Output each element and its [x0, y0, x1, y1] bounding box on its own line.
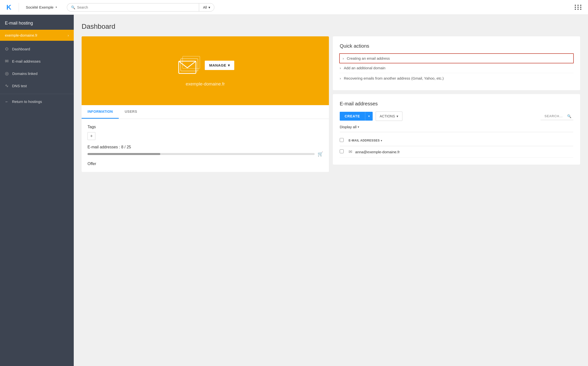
sidebar-item-dns-test[interactable]: ∿ DNS test: [0, 80, 74, 92]
sidebar-item-email-label: E-mail addresses: [12, 59, 41, 63]
qa-chevron-icon: ›: [340, 66, 341, 70]
email-toolbar: CREATE ▾ ACTIONS ▾ 🔍: [340, 112, 573, 121]
qa-chevron-icon: ›: [340, 76, 341, 80]
dot: [577, 5, 579, 6]
email-search-box[interactable]: 🔍: [541, 112, 573, 120]
logo-k: K: [6, 3, 11, 11]
qa-chevron-icon: ›: [343, 56, 344, 60]
qa-add-domain-text: Add an additional domain: [344, 66, 385, 70]
add-tag-button[interactable]: +: [88, 132, 95, 140]
column-sort-icon: ▾: [381, 139, 382, 142]
nav-divider: [19, 3, 19, 12]
svg-rect-2: [183, 56, 200, 69]
email-address-cell: anna@exemple-domaine.fr: [355, 150, 400, 154]
sidebar-domain-item[interactable]: exemple-domaine.fr ›: [0, 30, 74, 41]
create-btn-group: CREATE ▾: [340, 112, 373, 121]
topnav: K Société Exemple ▾ 🔍 All ▾: [0, 0, 588, 15]
offer-label: Offer: [88, 162, 323, 166]
cart-icon[interactable]: 🛒: [318, 151, 323, 157]
quick-actions-title: Quick actions: [340, 43, 573, 49]
back-arrow-icon: ←: [5, 99, 9, 104]
main-content: Dashboard: [74, 15, 588, 366]
email-addresses-card: E-mail addresses CREATE ▾ ACTIONS ▾ 🔍: [333, 94, 580, 165]
left-panel: MANAGE ▾ exemple-domaine.fr INFORMATION …: [82, 36, 329, 172]
tags-label: Tags: [88, 125, 323, 129]
filter-label: All: [203, 5, 207, 9]
create-dropdown-button[interactable]: ▾: [365, 112, 373, 121]
row-checkbox-cell: [340, 149, 349, 154]
qa-create-email-text: Creating an email address: [347, 56, 390, 60]
quick-actions-card: Quick actions › Creating an email addres…: [333, 36, 580, 90]
sidebar-back-label: Return to hostings: [12, 99, 42, 104]
filter-chevron-icon: ▾: [208, 5, 210, 9]
domains-icon: ◎: [5, 71, 9, 76]
sidebar-item-email-addresses[interactable]: ✉ E-mail addresses: [0, 55, 74, 67]
hero-card: MANAGE ▾ exemple-domaine.fr: [82, 36, 329, 105]
dot: [580, 9, 581, 10]
page-title: Dashboard: [82, 23, 580, 30]
sidebar-back-button[interactable]: ← Return to hostings: [0, 96, 74, 107]
tabs-header: INFORMATION USERS: [82, 105, 329, 119]
email-icon-group: [176, 55, 201, 76]
quick-action-create-email[interactable]: › Creating an email address: [339, 53, 574, 63]
sidebar-item-dashboard-label: Dashboard: [12, 47, 30, 51]
sidebar-item-dashboard[interactable]: ⊙ Dashboard: [0, 43, 74, 55]
actions-chevron-icon: ▾: [397, 114, 398, 118]
company-chevron-icon: ▾: [56, 6, 57, 9]
sidebar-nav: ⊙ Dashboard ✉ E-mail addresses ◎ Domains…: [0, 41, 74, 109]
hero-domain: exemple-domaine.fr: [186, 82, 225, 87]
search-input[interactable]: [77, 5, 195, 9]
manage-button[interactable]: MANAGE ▾: [205, 61, 234, 70]
sidebar-domain-chevron-icon: ›: [68, 33, 69, 37]
tab-users[interactable]: USERS: [119, 105, 143, 119]
sidebar-item-domains-linked[interactable]: ◎ Domains linked: [0, 67, 74, 80]
actions-button[interactable]: ACTIONS ▾: [376, 112, 402, 121]
quick-action-recover-emails[interactable]: › Recovering emails from another address…: [340, 73, 573, 83]
progress-bar-fill: [88, 153, 160, 155]
search-box[interactable]: 🔍: [67, 3, 199, 12]
email-addresses-column-header[interactable]: E-MAIL ADDRESSES ▾: [349, 139, 382, 142]
tabs-card: INFORMATION USERS Tags + E-mail addresse…: [82, 105, 329, 172]
select-chevron-icon: ▾: [358, 125, 359, 129]
qa-recover-emails-text: Recovering emails from another address (…: [344, 76, 444, 80]
right-panel: Quick actions › Creating an email addres…: [333, 36, 580, 172]
apps-grid-button[interactable]: [573, 3, 584, 12]
sidebar-title: E-mail hosting: [0, 15, 74, 30]
progress-row: 🛒: [88, 151, 323, 157]
email-search-input[interactable]: [543, 113, 567, 119]
email-count-section: E-mail addresses : 8 / 25 🛒: [88, 145, 323, 157]
envelope-icon: [176, 55, 201, 75]
sidebar-domain-label: exemple-domaine.fr: [5, 33, 38, 37]
header-checkbox-cell: [340, 138, 349, 143]
logo: K: [4, 2, 14, 12]
sidebar: E-mail hosting exemple-domaine.fr › ⊙ Da…: [0, 15, 74, 366]
dot: [580, 5, 581, 6]
table-row: ✉ anna@exemple-domaine.fr: [340, 146, 573, 158]
company-selector[interactable]: Société Exemple ▾: [24, 4, 59, 10]
dot: [575, 5, 576, 6]
email-addresses-title: E-mail addresses: [340, 101, 573, 107]
search-filter-dropdown[interactable]: All ▾: [199, 3, 214, 12]
create-button[interactable]: CREATE: [340, 112, 365, 121]
company-name: Société Exemple: [26, 5, 54, 9]
dot: [575, 9, 576, 10]
progress-bar-background: [88, 153, 315, 155]
manage-chevron-icon: ▾: [228, 63, 230, 68]
email-search-icon: 🔍: [567, 114, 571, 118]
sidebar-item-domains-label: Domains linked: [12, 71, 38, 76]
email-table-header: E-MAIL ADDRESSES ▾: [340, 135, 573, 146]
dns-icon: ∿: [5, 83, 9, 88]
sidebar-divider: [0, 94, 74, 94]
quick-action-add-domain[interactable]: › Add an additional domain: [340, 63, 573, 73]
search-bar: 🔍 All ▾: [67, 3, 214, 12]
dot: [575, 7, 576, 8]
envelope-row-icon: ✉: [349, 149, 352, 155]
hero-top: MANAGE ▾: [176, 55, 234, 76]
display-all-row: Display all ▾: [340, 125, 573, 132]
select-all-checkbox[interactable]: [340, 138, 344, 142]
row-checkbox[interactable]: [340, 149, 344, 153]
dot: [580, 7, 581, 8]
dot: [577, 7, 579, 8]
tab-information[interactable]: INFORMATION: [82, 105, 119, 119]
dashboard-icon: ⊙: [5, 46, 9, 52]
